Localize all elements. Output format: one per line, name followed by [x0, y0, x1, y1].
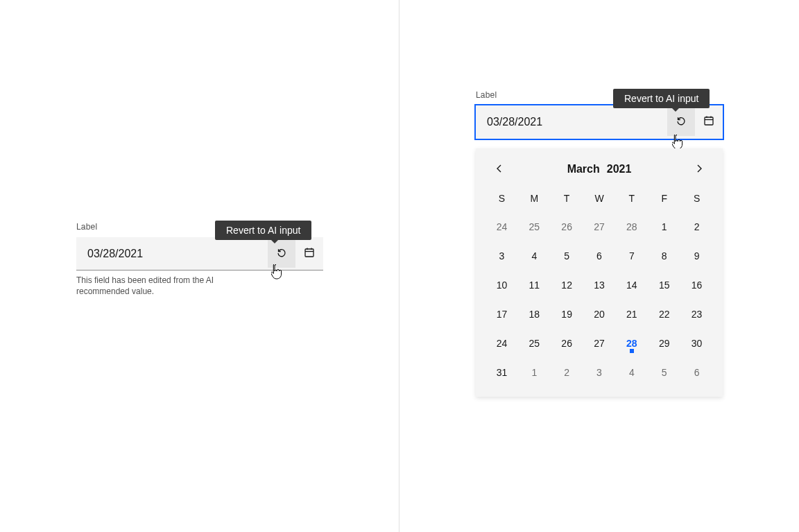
- calendar-day[interactable]: 21: [615, 300, 648, 329]
- calendar-day[interactable]: 19: [551, 300, 583, 329]
- calendar-day[interactable]: 29: [648, 329, 680, 358]
- calendar-day[interactable]: 2: [680, 212, 713, 241]
- calendar-header: March 2021: [486, 154, 713, 185]
- undo-icon: [676, 115, 687, 128]
- calendar-day[interactable]: 8: [648, 241, 680, 271]
- panel-divider: [399, 0, 400, 532]
- weekday-header: F: [648, 185, 680, 212]
- calendar-title: March 2021: [567, 163, 632, 175]
- calendar-day[interactable]: 30: [680, 329, 713, 358]
- date-value: 03/28/2021: [87, 248, 268, 260]
- chevron-right-icon: [695, 164, 703, 175]
- calendar-month: March: [567, 163, 600, 175]
- weekday-row: SMTWTFS: [486, 185, 713, 212]
- calendar-day[interactable]: 22: [648, 300, 680, 329]
- weekday-header: T: [551, 185, 583, 212]
- calendar-day[interactable]: 5: [648, 358, 680, 387]
- calendar-day[interactable]: 27: [583, 329, 616, 358]
- calendar-day[interactable]: 13: [583, 271, 616, 300]
- calendar-day[interactable]: 3: [583, 358, 616, 387]
- calendar-day[interactable]: 10: [486, 271, 518, 300]
- tooltip-text: Revert to AI input: [226, 225, 300, 236]
- calendar-day[interactable]: 4: [518, 241, 551, 271]
- undo-icon: [276, 247, 287, 260]
- open-calendar-button[interactable]: [295, 240, 323, 268]
- date-value: 03/28/2021: [487, 116, 667, 128]
- calendar-day[interactable]: 14: [615, 271, 648, 300]
- calendar-day[interactable]: 25: [518, 212, 551, 241]
- open-calendar-button[interactable]: [695, 108, 723, 136]
- calendar-day[interactable]: 26: [551, 329, 583, 358]
- calendar-day[interactable]: 23: [680, 300, 713, 329]
- revert-tooltip: Revert to AI input: [613, 89, 710, 108]
- weekday-header: S: [486, 185, 518, 212]
- chevron-left-icon: [495, 164, 504, 175]
- calendar-day[interactable]: 17: [486, 300, 518, 329]
- calendar-day[interactable]: 4: [615, 358, 648, 387]
- calendar-day[interactable]: 12: [551, 271, 583, 300]
- revert-tooltip: Revert to AI input: [215, 221, 311, 240]
- calendar-day[interactable]: 28: [615, 212, 648, 241]
- calendar-day[interactable]: 31: [486, 358, 518, 387]
- calendar-day[interactable]: 6: [680, 358, 713, 387]
- revert-button[interactable]: [667, 108, 695, 136]
- calendar-icon: [703, 115, 714, 128]
- calendar-day[interactable]: 20: [583, 300, 616, 329]
- calendar-day[interactable]: 3: [486, 241, 518, 271]
- calendar-icon: [304, 247, 315, 260]
- calendar-day[interactable]: 16: [680, 271, 713, 300]
- svg-rect-0: [305, 249, 313, 257]
- weekday-header: T: [615, 185, 648, 212]
- calendar-day[interactable]: 5: [551, 241, 583, 271]
- weekday-header: S: [680, 185, 713, 212]
- calendar-day[interactable]: 27: [583, 212, 616, 241]
- calendar-day[interactable]: 24: [486, 212, 518, 241]
- calendar-day[interactable]: 25: [518, 329, 551, 358]
- calendar-day[interactable]: 9: [680, 241, 713, 271]
- calendar-day[interactable]: 6: [583, 241, 616, 271]
- tooltip-text: Revert to AI input: [624, 93, 698, 104]
- calendar-day[interactable]: 15: [648, 271, 680, 300]
- svg-rect-4: [705, 117, 713, 125]
- calendar-day[interactable]: 26: [551, 212, 583, 241]
- date-input-field[interactable]: 03/28/2021: [476, 105, 723, 139]
- date-input-field[interactable]: 03/28/2021: [76, 237, 323, 271]
- calendar-day[interactable]: 28: [615, 329, 648, 358]
- calendar-day[interactable]: 18: [518, 300, 551, 329]
- calendar-year: 2021: [607, 163, 632, 175]
- calendar-day[interactable]: 7: [615, 241, 648, 271]
- days-grid: 2425262728123456789101112131415161718192…: [486, 212, 713, 387]
- calendar-day[interactable]: 1: [648, 212, 680, 241]
- helper-text: This field has been edited from the AI r…: [76, 275, 257, 297]
- weekday-header: M: [518, 185, 551, 212]
- prev-month-button[interactable]: [486, 155, 513, 183]
- next-month-button[interactable]: [685, 155, 713, 183]
- weekday-header: W: [583, 185, 616, 212]
- calendar-day[interactable]: 2: [551, 358, 583, 387]
- calendar-day[interactable]: 24: [486, 329, 518, 358]
- calendar-day[interactable]: 1: [518, 358, 551, 387]
- calendar-day[interactable]: 11: [518, 271, 551, 300]
- calendar-panel: March 2021 SMTWTFS 242526272812345678910…: [476, 148, 723, 397]
